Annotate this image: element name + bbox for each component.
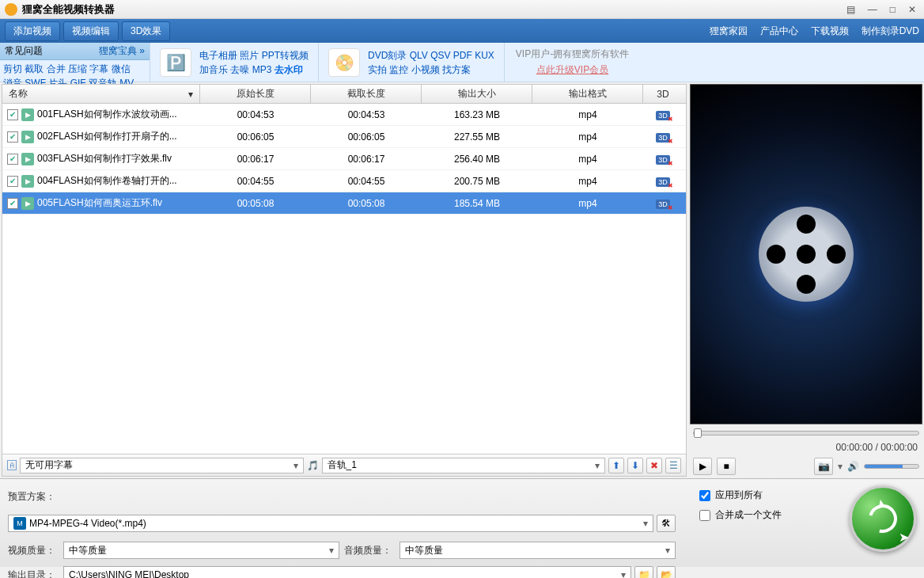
- minimize-icon[interactable]: —: [865, 4, 880, 15]
- open-folder-button[interactable]: 📂: [657, 566, 676, 578]
- chevron-down-icon: ▾: [293, 460, 298, 471]
- seek-bar[interactable]: [690, 428, 922, 439]
- preset-settings-button[interactable]: 🛠: [657, 515, 676, 532]
- table-body: ✔▶001FLASH如何制作水波纹动画...00:04:5300:04:5316…: [2, 104, 686, 454]
- row-checkbox[interactable]: ✔: [7, 198, 18, 209]
- table-row[interactable]: ✔▶002FLASH如何制作打开扇子的...00:06:0500:06:0522…: [2, 126, 686, 148]
- volume-slider[interactable]: [864, 464, 919, 469]
- close-icon[interactable]: ✕: [905, 4, 919, 15]
- cut-length: 00:06:17: [311, 154, 422, 165]
- options-column: 应用到所有 合并成一个文件: [699, 485, 826, 561]
- table-row[interactable]: ✔▶001FLASH如何制作水波纹动画...00:04:5300:04:5316…: [2, 104, 686, 126]
- 3d-badge-icon: 3D: [656, 155, 670, 165]
- output-size: 227.55 MB: [422, 131, 532, 143]
- vip-panel: VIP用户-拥有狸窝所有软件 点此升级VIP会员: [505, 47, 640, 77]
- col-3d[interactable]: 3D: [643, 85, 683, 103]
- 3d-cell[interactable]: 3D: [643, 198, 683, 209]
- video-preview: [690, 84, 922, 424]
- col-orig-length[interactable]: 原始长度: [200, 85, 311, 103]
- feature-group-dvd[interactable]: 📀 DVD刻录 QLV QSV PDF KUX 实拍 监控 小视频 找方案: [319, 43, 505, 82]
- table-row[interactable]: ✔▶003FLASH如何制作打字效果.flv00:06:1700:06:1725…: [2, 148, 686, 170]
- remove-button[interactable]: ✖: [646, 458, 662, 473]
- file-name: 002FLASH如何制作打开扇子的...: [37, 130, 177, 143]
- row-checkbox[interactable]: ✔: [7, 131, 18, 143]
- seek-thumb[interactable]: [694, 428, 702, 438]
- video-quality-select[interactable]: 中等质量▾: [63, 542, 339, 559]
- convert-button[interactable]: ➤: [850, 485, 916, 552]
- clear-all-button[interactable]: ☰: [665, 458, 681, 473]
- orig-length: 00:06:05: [200, 131, 311, 143]
- audio-track-select[interactable]: 音轨_1▾: [322, 458, 606, 473]
- output-dir-label: 输出目录：: [8, 568, 59, 579]
- chevron-down-icon: ▾: [643, 518, 648, 529]
- maximize-icon[interactable]: □: [887, 4, 899, 15]
- link-products[interactable]: 产品中心: [760, 25, 798, 38]
- output-size: 185.54 MB: [422, 198, 532, 209]
- snapshot-button[interactable]: 📷: [814, 458, 833, 475]
- apply-to-all-checkbox[interactable]: 应用到所有: [699, 489, 826, 502]
- audio-track-icon: 🎵: [307, 460, 319, 471]
- orig-length: 00:04:55: [200, 176, 311, 187]
- move-up-button[interactable]: ⬆: [608, 458, 624, 473]
- chevron-down-icon: ▾: [188, 89, 193, 100]
- chevron-down-icon: ▾: [665, 545, 670, 556]
- video-quality-label: 视频质量：: [8, 544, 59, 557]
- cut-length: 00:04:53: [311, 109, 422, 120]
- row-checkbox[interactable]: ✔: [7, 176, 18, 187]
- merge-into-one-checkbox[interactable]: 合并成一个文件: [699, 508, 826, 522]
- volume-icon[interactable]: 🔊: [847, 461, 859, 472]
- 3d-cell[interactable]: 3D: [643, 131, 683, 143]
- mp4-icon: M: [13, 517, 26, 530]
- col-output-size[interactable]: 输出大小: [422, 85, 532, 103]
- add-video-button[interactable]: 添加视频: [5, 21, 60, 41]
- main-area: 名称▾ 原始长度 截取长度 输出大小 输出格式 3D ✔▶001FLASH如何制…: [0, 82, 924, 478]
- chevron-down-icon: ▾: [621, 569, 626, 578]
- chevron-down-icon: ▾: [329, 545, 334, 556]
- output-dir-field[interactable]: C:\Users\NING MEI\Desktop▾: [63, 566, 631, 578]
- 3d-cell[interactable]: 3D: [643, 176, 683, 187]
- play-button[interactable]: ▶: [693, 458, 712, 475]
- convert-arrow-icon: [863, 499, 902, 538]
- output-format: mp4: [532, 154, 643, 165]
- video-edit-button[interactable]: 视频编辑: [63, 21, 119, 41]
- feature-group-album[interactable]: 🅿️ 电子相册 照片 PPT转视频 加音乐 去噪 MP3 去水印: [150, 43, 319, 82]
- play-controls: ▶ ■ 📷 ▾ 🔊: [690, 456, 922, 477]
- snapshot-dropdown-icon[interactable]: ▾: [838, 461, 843, 472]
- video-file-icon: ▶: [21, 131, 34, 143]
- audio-quality-label: 音频质量：: [344, 544, 395, 557]
- link-home[interactable]: 狸窝家园: [710, 25, 748, 38]
- table-row[interactable]: ✔▶005FLASH如何画奥运五环.flv00:05:0800:05:08185…: [2, 192, 686, 215]
- feature-bar: 常见问题 狸窝宝典 » 剪切 截取 合并 压缩 字幕 微信 消音 SWF 片头 …: [0, 43, 924, 82]
- col-output-format[interactable]: 输出格式: [532, 85, 643, 103]
- table-row[interactable]: ✔▶004FLASH如何制作卷轴打开的...00:04:5500:04:5520…: [2, 170, 686, 192]
- col-name[interactable]: 名称▾: [2, 85, 200, 103]
- row-checkbox[interactable]: ✔: [7, 109, 18, 120]
- app-logo-icon: [5, 3, 17, 16]
- menu-icon[interactable]: ▤: [843, 4, 858, 15]
- time-display: 00:00:00 / 00:00:00: [690, 442, 922, 453]
- col-cut-length[interactable]: 截取长度: [311, 85, 422, 103]
- settings-grid: 预置方案： MMP4-MPEG-4 Video(*.mp4)▾ 🛠 视频质量： …: [8, 485, 676, 561]
- 3d-cell[interactable]: 3D: [643, 154, 683, 165]
- list-bottombar: 🄰 无可用字幕▾ 🎵 音轨_1▾ ⬆ ⬇ ✖ ☰: [2, 454, 686, 476]
- cut-length: 00:05:08: [311, 198, 422, 209]
- link-download[interactable]: 下载视频: [811, 25, 849, 38]
- preset-select[interactable]: MMP4-MPEG-4 Video(*.mp4)▾: [8, 515, 653, 532]
- orig-length: 00:06:17: [200, 154, 311, 165]
- faq-baodian-link[interactable]: 狸窝宝典 »: [99, 44, 145, 58]
- audio-quality-select[interactable]: 中等质量▾: [400, 542, 676, 559]
- toolbar-links: 狸窝家园 产品中心 下载视频 制作刻录DVD: [710, 25, 919, 38]
- 3d-cell[interactable]: 3D: [643, 109, 683, 120]
- browse-folder-button[interactable]: 📁: [634, 566, 653, 578]
- group1-line2a: 加音乐 去噪 MP3: [199, 64, 275, 75]
- 3d-effect-button[interactable]: 3D效果: [122, 21, 170, 41]
- row-checkbox[interactable]: ✔: [7, 154, 18, 165]
- move-down-button[interactable]: ⬇: [627, 458, 643, 473]
- output-size: 256.40 MB: [422, 154, 532, 165]
- stop-button[interactable]: ■: [717, 458, 736, 475]
- subtitle-select[interactable]: 无可用字幕▾: [20, 458, 304, 473]
- link-dvd[interactable]: 制作刻录DVD: [862, 25, 919, 38]
- cursor-icon: ➤: [899, 530, 909, 545]
- main-toolbar: 添加视频 视频编辑 3D效果 狸窝家园 产品中心 下载视频 制作刻录DVD: [0, 19, 924, 43]
- vip-upgrade-link[interactable]: 点此升级VIP会员: [516, 63, 629, 78]
